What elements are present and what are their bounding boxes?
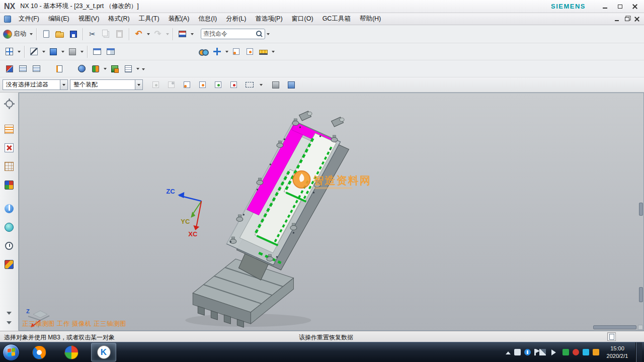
move-object-dropdown[interactable] — [224, 45, 229, 58]
menu-format[interactable]: 格式(R) — [104, 14, 134, 25]
status-page-icon[interactable] — [607, 332, 616, 341]
maximize-button[interactable] — [614, 2, 626, 11]
render-style-button[interactable] — [46, 45, 60, 58]
menu-tools[interactable]: 工具(T) — [134, 14, 164, 25]
hd3d-tools-button[interactable] — [2, 202, 16, 216]
select-inside-button[interactable] — [165, 78, 178, 92]
layer-settings-button[interactable] — [16, 62, 30, 75]
start-button[interactable]: 启动 — [3, 27, 28, 41]
start-orb-button[interactable] — [3, 344, 20, 361]
taskbar-browser-button[interactable] — [59, 343, 84, 361]
view-orientation-dropdown[interactable] — [16, 45, 22, 58]
snap-point-button-a[interactable] — [229, 45, 243, 58]
start-dropdown[interactable] — [28, 28, 34, 41]
history-button[interactable] — [2, 239, 16, 253]
horizontal-scrollbar-thumb[interactable] — [593, 325, 636, 329]
menu-assemblies[interactable]: 装配(A) — [164, 14, 194, 25]
reuse-library-button[interactable] — [2, 178, 16, 192]
save-button[interactable] — [66, 27, 80, 41]
copy-button[interactable] — [99, 27, 113, 41]
tray-update-icon[interactable] — [593, 349, 599, 355]
menu-view[interactable]: 视图(V) — [74, 14, 104, 25]
taskbar-sogou-button[interactable] — [27, 343, 52, 361]
part-navigator-button[interactable] — [2, 159, 16, 173]
cut-button[interactable]: ✂ — [86, 27, 99, 41]
window-split-button[interactable] — [104, 45, 117, 58]
menu-analysis[interactable]: 分析(L) — [221, 14, 251, 25]
child-restore-button[interactable] — [622, 15, 632, 23]
constraint-navigator-button[interactable] — [2, 141, 16, 155]
view-orientation-button[interactable] — [3, 45, 16, 58]
layer-visible-button[interactable] — [30, 62, 43, 75]
redo-dropdown[interactable] — [165, 28, 170, 41]
redo-button[interactable]: ↷ — [151, 27, 165, 41]
tray-action-center-icon[interactable] — [534, 349, 536, 355]
component-properties-button[interactable] — [121, 62, 135, 75]
show-desktop-button[interactable] — [635, 342, 642, 362]
touch-ui-button[interactable] — [176, 27, 189, 41]
tray-volume-icon[interactable] — [551, 349, 559, 355]
roles-button[interactable] — [2, 97, 16, 111]
menu-help[interactable]: 帮助(H) — [355, 14, 385, 25]
menu-file[interactable]: 文件(F) — [14, 14, 44, 25]
window-cascade-button[interactable] — [90, 45, 104, 58]
menu-preferences[interactable]: 首选项(P) — [251, 14, 287, 25]
selection-scope-dropdown[interactable]: 整个装配 — [70, 79, 143, 90]
undo-button[interactable]: ↶ — [132, 27, 145, 41]
3d-model-canvas[interactable]: ZC YC XC Z — [19, 93, 643, 330]
selection-filter-arrow[interactable] — [60, 80, 67, 89]
assembly-constraints-button[interactable] — [3, 62, 16, 75]
hidden-icons-chevron[interactable] — [506, 349, 511, 354]
menu-window[interactable]: 窗口(O) — [287, 14, 318, 25]
web-browser-button[interactable] — [2, 220, 16, 234]
vertical-scrollbar-thumb[interactable] — [639, 287, 643, 302]
find-command-dropdown[interactable] — [265, 28, 271, 41]
snap-point-button-3[interactable] — [211, 78, 225, 92]
toolbar-overflow-button[interactable] — [140, 62, 146, 75]
touch-ui-dropdown[interactable] — [189, 28, 195, 41]
snap-point-button-4[interactable] — [227, 78, 240, 92]
highlight-selection-button[interactable] — [149, 78, 163, 92]
tray-keyboard-icon[interactable] — [514, 349, 521, 355]
measure-dropdown[interactable] — [270, 45, 276, 58]
paste-button[interactable] — [113, 27, 126, 41]
move-object-button[interactable] — [210, 45, 224, 58]
selection-filter-dropdown[interactable]: 没有选择过滤器 — [3, 79, 68, 90]
tray-antivirus-icon[interactable] — [573, 349, 579, 355]
edge-display-dropdown[interactable] — [41, 45, 46, 58]
child-minimize-button[interactable] — [612, 15, 622, 23]
find-component-button[interactable] — [75, 62, 89, 75]
assembly-navigator-button[interactable] — [2, 122, 16, 136]
render-style-dropdown[interactable] — [60, 45, 65, 58]
snap-point-button-2[interactable] — [196, 78, 209, 92]
wcs-triad[interactable]: ZC YC XC — [166, 188, 201, 238]
sidebar-scroll-button[interactable] — [7, 312, 12, 317]
system-materials-button[interactable] — [2, 257, 16, 272]
snap-point-button-1[interactable] — [180, 78, 194, 92]
move-component-button[interactable] — [89, 62, 102, 75]
undo-dropdown[interactable] — [145, 28, 151, 41]
tray-security-icon[interactable] — [562, 349, 569, 355]
marquee-style-dropdown[interactable] — [258, 78, 264, 92]
taskbar-clock[interactable]: 15:00 2020/2/1 — [603, 345, 632, 360]
measure-button[interactable] — [257, 45, 270, 58]
tray-cloud-icon[interactable] — [583, 349, 589, 355]
component-properties-dropdown[interactable] — [135, 62, 140, 75]
background-style-dropdown[interactable] — [79, 45, 85, 58]
sidebar-expand-button[interactable] — [7, 321, 12, 327]
menu-information[interactable]: 信息(I) — [194, 14, 221, 25]
find-command-box[interactable] — [201, 29, 265, 39]
snap-point-button-b[interactable] — [243, 45, 257, 58]
assembly-sequence-button[interactable] — [108, 62, 121, 75]
edge-display-button[interactable] — [27, 45, 41, 58]
new-file-button[interactable] — [39, 27, 53, 41]
selection-scope-arrow[interactable] — [135, 80, 142, 89]
view-sheet-button[interactable] — [52, 62, 66, 75]
move-component-dropdown[interactable] — [102, 62, 108, 75]
tray-network-icon[interactable] — [539, 349, 546, 355]
search-icon[interactable] — [256, 31, 263, 37]
show-solid-button[interactable] — [269, 78, 282, 92]
vertical-scrollbar-thumb[interactable] — [639, 203, 643, 216]
tray-help-icon[interactable] — [524, 349, 531, 355]
background-style-button[interactable] — [65, 45, 79, 58]
